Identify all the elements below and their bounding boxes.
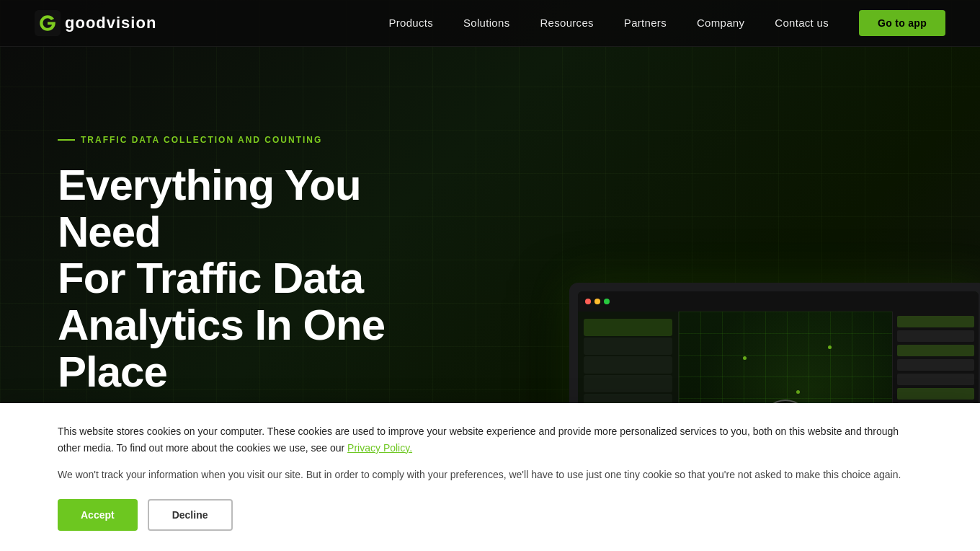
cookie-actions: Accept Decline — [58, 499, 922, 531]
go-to-app-button[interactable]: Go to app — [859, 10, 945, 36]
map-dot — [796, 390, 800, 394]
hero-title-line3: Analytics In One — [58, 301, 385, 349]
hero-title-line4: Place — [58, 348, 167, 396]
hero-title-line2: For Traffic Data — [58, 254, 363, 302]
nav-resources[interactable]: Resources — [540, 17, 593, 29]
panel-row — [897, 388, 974, 400]
screen-header — [578, 291, 979, 312]
panel-row — [897, 374, 974, 385]
hero-title-line1: Everything You Need — [58, 161, 361, 256]
cookie-main-text: This website stores cookies on your comp… — [58, 423, 922, 457]
logo-link[interactable]: goodvision — [35, 10, 156, 36]
sidebar-item-3 — [584, 356, 672, 374]
navbar: goodvision Products Solutions Resources … — [0, 0, 980, 47]
nav-products[interactable]: Products — [388, 17, 433, 29]
panel-row — [897, 330, 974, 342]
hero-title: Everything You Need For Traffic Data Ana… — [58, 162, 418, 396]
map-dot — [743, 356, 747, 360]
accept-button[interactable]: Accept — [58, 499, 138, 531]
map-dot — [828, 345, 832, 349]
nav-solutions[interactable]: Solutions — [463, 17, 509, 29]
dot-red — [585, 299, 591, 304]
panel-row — [897, 316, 974, 327]
nav-links: Products Solutions Resources Partners Co… — [388, 17, 945, 30]
logo-text: goodvision — [65, 14, 156, 32]
cookie-secondary-text: We won't track your information when you… — [58, 467, 922, 483]
dot-yellow — [594, 299, 600, 304]
cookie-inner: This website stores cookies on your comp… — [58, 423, 922, 531]
sidebar-item-4 — [584, 375, 672, 392]
nav-company[interactable]: Company — [697, 17, 744, 29]
logo-icon — [35, 10, 61, 36]
dot-green — [604, 299, 610, 304]
sidebar-item-2 — [584, 338, 672, 355]
cookie-main-text-span: This website stores cookies on your comp… — [58, 426, 899, 454]
privacy-policy-link[interactable]: Privacy Policy. — [347, 442, 412, 454]
cookie-banner: This website stores cookies on your comp… — [0, 403, 980, 551]
nav-contact[interactable]: Contact us — [775, 17, 829, 29]
panel-row — [897, 345, 974, 356]
nav-partners[interactable]: Partners — [624, 17, 667, 29]
hero-eyebrow: Traffic data collection and counting — [58, 135, 418, 145]
sidebar-item-1 — [584, 319, 672, 336]
decline-button[interactable]: Decline — [148, 499, 233, 531]
panel-row — [897, 359, 974, 371]
